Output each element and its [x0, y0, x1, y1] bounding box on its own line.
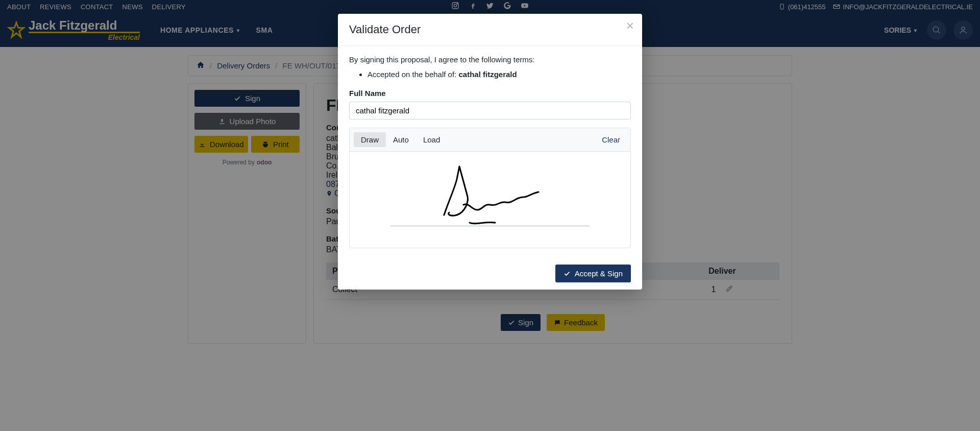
sig-tab-load[interactable]: Load: [416, 132, 447, 147]
terms-text: By signing this proposal, I agree to the…: [349, 55, 631, 64]
validate-order-modal: Validate Order × By signing this proposa…: [338, 14, 642, 290]
modal-header: Validate Order ×: [338, 14, 642, 46]
fullname-input[interactable]: [349, 102, 631, 119]
accepted-item: Accepted on the behalf of: cathal fitzge…: [368, 70, 631, 79]
signature-drawing: [424, 164, 556, 235]
check-icon: [564, 270, 571, 277]
signature-panel: Draw Auto Load Clear: [349, 128, 631, 248]
sig-tab-auto[interactable]: Auto: [386, 132, 416, 147]
modal-overlay[interactable]: Validate Order × By signing this proposa…: [0, 0, 980, 431]
accept-sign-button[interactable]: Accept & Sign: [555, 265, 631, 282]
modal-close-button[interactable]: ×: [626, 19, 634, 32]
signature-tabs: Draw Auto Load Clear: [350, 128, 630, 152]
signature-canvas[interactable]: [350, 152, 630, 248]
fullname-label: Full Name: [349, 89, 631, 98]
modal-footer: Accept & Sign: [338, 257, 642, 290]
sig-clear-button[interactable]: Clear: [596, 132, 626, 147]
modal-title: Validate Order: [349, 23, 421, 36]
modal-body: By signing this proposal, I agree to the…: [338, 46, 642, 257]
signature-line: [390, 226, 590, 226]
sig-tab-draw[interactable]: Draw: [354, 132, 386, 147]
